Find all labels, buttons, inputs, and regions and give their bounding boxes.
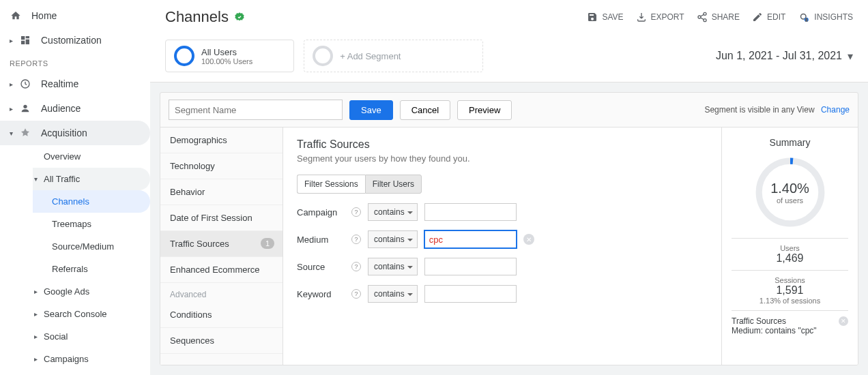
svg-point-1 xyxy=(23,105,27,108)
nav-channels[interactable]: Channels xyxy=(33,190,150,213)
row-medium: Medium ? contains ✕ xyxy=(297,230,708,248)
cat-traffic-sources[interactable]: Traffic Sources 1 xyxy=(160,231,283,257)
nav-overview[interactable]: Overview xyxy=(33,145,150,168)
segment-circle-icon xyxy=(174,46,194,66)
nav-social[interactable]: ▸Social xyxy=(33,325,150,348)
cat-demographics[interactable]: Demographics xyxy=(160,127,283,153)
chevron-right-icon: ▸ xyxy=(34,288,41,295)
editor-cancel-button[interactable]: Cancel xyxy=(400,100,450,120)
add-segment-label: + Add Segment xyxy=(340,51,401,61)
visibility-text: Segment is visible in any View Change xyxy=(704,105,850,115)
visibility-change-link[interactable]: Change xyxy=(821,105,850,115)
operator-medium[interactable]: contains xyxy=(368,230,418,248)
svg-point-4 xyxy=(704,19,706,22)
cat-badge: 1 xyxy=(261,238,274,249)
save-icon xyxy=(587,12,598,22)
nav-source-medium[interactable]: Source/Medium xyxy=(33,235,150,258)
label-source: Source xyxy=(297,262,345,272)
tab-filter-users[interactable]: Filter Users xyxy=(365,175,422,194)
main-content: Channels SAVE EXPORT SHARE EDIT 2INSIGHT… xyxy=(150,0,868,375)
remove-filter-icon[interactable]: ✕ xyxy=(839,316,848,326)
stat-users: Users 1,469 xyxy=(732,238,848,270)
chevron-down-icon: ▾ xyxy=(10,130,16,137)
operator-source[interactable]: contains xyxy=(368,258,418,275)
chevron-right-icon: ▸ xyxy=(34,333,41,340)
nav-realtime[interactable]: ▸ Realtime xyxy=(0,72,150,96)
nav-campaigns[interactable]: ▸Campaigns xyxy=(33,348,150,370)
label-campaign: Campaign xyxy=(297,207,345,217)
cat-sequences[interactable]: Sequences xyxy=(160,328,283,354)
insights-icon: 2 xyxy=(798,11,810,23)
nav-acquisition[interactable]: ▾ Acquisition xyxy=(0,121,150,145)
nav-home[interactable]: Home xyxy=(0,3,150,28)
svg-point-2 xyxy=(704,12,706,15)
summary-pct-sub: of users xyxy=(770,196,809,205)
summary-pct: 1.40% xyxy=(770,181,809,196)
nav-realtime-label: Realtime xyxy=(41,78,78,89)
nav-treemaps[interactable]: Treemaps xyxy=(33,213,150,235)
nav-referrals[interactable]: Referrals xyxy=(33,258,150,280)
tab-filter-sessions[interactable]: Filter Sessions xyxy=(297,175,365,194)
edit-button[interactable]: EDIT xyxy=(752,11,785,23)
home-icon xyxy=(10,10,22,22)
cat-conditions[interactable]: Conditions xyxy=(160,302,283,328)
cat-technology[interactable]: Technology xyxy=(160,153,283,179)
hint-icon[interactable]: ? xyxy=(351,207,361,217)
date-range-picker[interactable]: Jun 1, 2021 - Jul 31, 2021 ▾ xyxy=(716,50,853,63)
chevron-right-icon: ▸ xyxy=(34,355,41,363)
nav-all-traffic[interactable]: ▾All Traffic xyxy=(33,168,150,190)
cat-enhanced-ecommerce[interactable]: Enhanced Ecommerce xyxy=(160,257,283,283)
toolbar: SAVE EXPORT SHARE EDIT 2INSIGHTS xyxy=(587,11,853,23)
nav-audience[interactable]: ▸ Audience xyxy=(0,96,150,121)
editor-save-button[interactable]: Save xyxy=(349,100,393,120)
share-button[interactable]: SHARE xyxy=(697,11,740,23)
verified-icon xyxy=(234,12,245,22)
chevron-down-icon: ▾ xyxy=(34,175,41,183)
chevron-right-icon: ▸ xyxy=(10,105,16,112)
page-header: Channels SAVE EXPORT SHARE EDIT 2INSIGHT… xyxy=(150,0,868,33)
row-keyword: Keyword ? contains xyxy=(297,285,708,303)
input-source[interactable] xyxy=(424,258,517,275)
summary-title: Summary xyxy=(732,137,848,148)
hint-icon[interactable]: ? xyxy=(351,289,361,299)
nav-customization[interactable]: ▸ Customization xyxy=(0,28,150,52)
cat-behavior[interactable]: Behavior xyxy=(160,179,283,205)
input-campaign[interactable] xyxy=(424,203,517,221)
operator-keyword[interactable]: contains xyxy=(368,285,418,303)
segment-all-users[interactable]: All Users 100.00% Users xyxy=(165,40,294,72)
dashboard-icon xyxy=(19,34,31,46)
operator-campaign[interactable]: contains xyxy=(368,203,418,221)
nav-search-console[interactable]: ▸Search Console xyxy=(33,303,150,325)
save-button[interactable]: SAVE xyxy=(587,11,623,23)
segment-bar: All Users 100.00% Users + Add Segment Ju… xyxy=(150,33,868,82)
input-medium[interactable] xyxy=(424,230,517,248)
cat-advanced-header: Advanced xyxy=(160,283,283,302)
summary-donut: 1.40% of users xyxy=(753,155,828,230)
add-segment[interactable]: + Add Segment xyxy=(304,40,483,72)
chevron-down-icon: ▾ xyxy=(848,50,853,63)
person-icon xyxy=(19,102,31,115)
segment-sub: 100.00% Users xyxy=(201,57,252,65)
export-icon xyxy=(636,12,647,22)
export-button[interactable]: EXPORT xyxy=(636,11,684,23)
applied-filter: Traffic Sources Medium: contains "cpc" ✕ xyxy=(732,310,848,335)
hint-icon[interactable]: ? xyxy=(351,235,361,244)
clock-icon xyxy=(19,78,31,90)
chevron-right-icon: ▸ xyxy=(10,37,16,44)
hint-icon[interactable]: ? xyxy=(351,262,361,271)
editor-toolbar: Save Cancel Preview Segment is visible i… xyxy=(160,93,858,127)
cat-date-first-session[interactable]: Date of First Session xyxy=(160,205,283,231)
form-title: Traffic Sources xyxy=(297,138,708,151)
segment-circle-empty-icon xyxy=(313,46,333,66)
input-keyword[interactable] xyxy=(424,285,517,303)
reports-section-label: REPORTS xyxy=(0,52,150,72)
nav-google-ads[interactable]: ▸Google Ads xyxy=(33,280,150,303)
sidebar: Home ▸ Customization REPORTS ▸ Realtime … xyxy=(0,0,150,375)
segment-name-input[interactable] xyxy=(169,100,343,120)
row-campaign: Campaign ? contains xyxy=(297,203,708,221)
editor-preview-button[interactable]: Preview xyxy=(457,100,512,120)
insights-button[interactable]: 2INSIGHTS xyxy=(798,11,853,23)
share-icon xyxy=(697,12,708,22)
category-list: Demographics Technology Behavior Date of… xyxy=(160,127,283,365)
remove-medium-icon[interactable]: ✕ xyxy=(523,234,534,245)
